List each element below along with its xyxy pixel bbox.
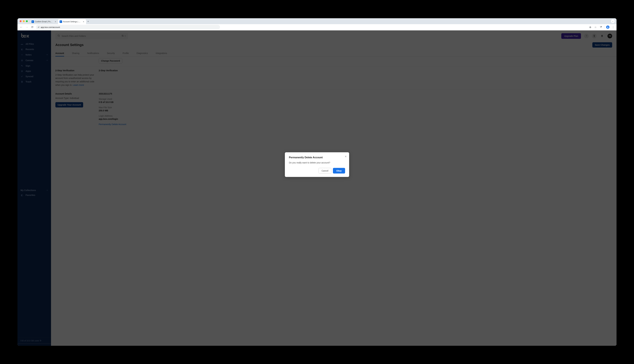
modal-overlay[interactable] xyxy=(18,30,616,346)
window-minimize-button[interactable] xyxy=(23,20,25,22)
modal-title: Permanently Delete Account xyxy=(289,156,345,159)
box-favicon: ▭ xyxy=(60,20,62,23)
browser-tab-1[interactable]: ▭ Account Settings | Powered × xyxy=(58,19,86,24)
close-icon[interactable]: × xyxy=(54,20,56,23)
browser-tab-0[interactable]: ▭ Confirm Email | Powered by B × xyxy=(30,19,58,24)
site-settings-icon[interactable]: ⇄ xyxy=(38,26,40,28)
app-content: ▬All Files ◐Recents ≡Notes+ ⊞Canvas+ ✎Si… xyxy=(18,30,616,346)
window-close-button[interactable] xyxy=(20,20,22,22)
forward-button[interactable]: → xyxy=(25,25,29,29)
close-icon[interactable]: × xyxy=(83,20,84,23)
new-tab-button[interactable]: + xyxy=(86,20,90,23)
browser-toolbar: ← → ⟳ ⇄ app.box.com/account ⊕ ☆ ⧩ ⋮ xyxy=(18,24,616,30)
address-bar[interactable]: ⇄ app.box.com/account xyxy=(36,25,220,30)
bookmark-icon[interactable]: ☆ xyxy=(594,26,597,29)
tabs-dropdown-button[interactable]: ⌄ xyxy=(611,19,615,23)
modal-body-text: Do you really want to delete your accoun… xyxy=(289,162,345,164)
tab-title: Account Settings | Powered xyxy=(63,20,82,23)
reload-button[interactable]: ⟳ xyxy=(30,25,35,29)
modal-actions: Cancel Okay xyxy=(289,168,345,174)
browser-tab-bar: ▭ Confirm Email | Powered by B × ▭ Accou… xyxy=(18,18,616,24)
back-button[interactable]: ← xyxy=(19,25,24,29)
okay-button[interactable]: Okay xyxy=(333,168,345,174)
svg-point-0 xyxy=(608,26,608,27)
url-text: app.box.com/account xyxy=(41,26,60,28)
delete-account-modal: × Permanently Delete Account Do you real… xyxy=(285,152,349,177)
tab-title: Confirm Email | Powered by B xyxy=(35,20,54,23)
browser-profile-button[interactable] xyxy=(606,25,610,29)
browser-window: ▭ Confirm Email | Powered by B × ▭ Accou… xyxy=(18,18,616,346)
zoom-icon[interactable]: ⊕ xyxy=(588,26,592,29)
browser-menu-icon[interactable]: ⋮ xyxy=(611,26,615,29)
browser-tabs: ▭ Confirm Email | Powered by B × ▭ Accou… xyxy=(30,18,610,24)
window-maximize-button[interactable] xyxy=(26,20,28,22)
cancel-button[interactable]: Cancel xyxy=(318,168,331,174)
extensions-icon[interactable]: ⧩ xyxy=(599,26,603,28)
window-controls xyxy=(19,20,29,22)
modal-close-button[interactable]: × xyxy=(345,155,347,158)
box-favicon: ▭ xyxy=(32,20,34,23)
